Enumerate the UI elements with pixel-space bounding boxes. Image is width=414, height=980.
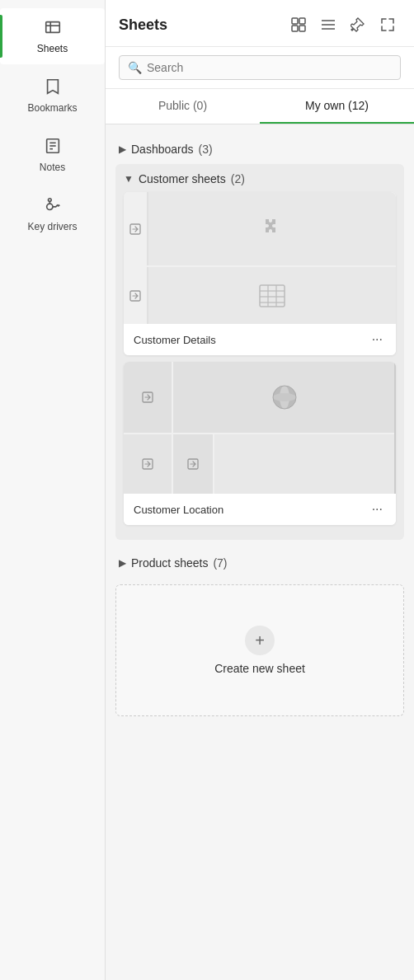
section-dashboards[interactable]: ▶ Dashboards (3): [115, 134, 404, 164]
svg-rect-0: [45, 22, 59, 33]
sidebar-item-bookmarks-label: Bookmarks: [27, 102, 77, 114]
svg-rect-10: [299, 18, 305, 24]
search-icon: 🔍: [128, 61, 142, 74]
sidebar-item-bookmarks[interactable]: Bookmarks: [0, 68, 105, 124]
sheet-card-customer-details[interactable]: Customer Details ···: [124, 192, 396, 355]
svg-rect-18: [260, 285, 285, 307]
section-dashboards-count: (3): [199, 143, 213, 156]
main-panel: Sheets: [106, 0, 414, 980]
header-actions: [285, 12, 401, 38]
section-customer-sheets: ▼ Customer sheets (2): [115, 164, 404, 540]
section-dashboards-label: Dashboards: [131, 143, 194, 156]
loc-right-column: [173, 362, 396, 494]
thumb-table-icon: [148, 267, 396, 324]
more-options-customer-details[interactable]: ···: [369, 331, 386, 349]
bookmarks-icon: [44, 77, 62, 99]
grid-view-button[interactable]: [285, 12, 312, 38]
search-bar: 🔍: [106, 47, 414, 89]
tab-public[interactable]: Public (0): [106, 89, 260, 124]
section-customer-sheets-count: (2): [231, 172, 245, 185]
sidebar-item-notes[interactable]: Notes: [0, 127, 105, 183]
svg-point-28: [273, 393, 296, 401]
svg-point-8: [48, 199, 51, 202]
sheet-name-customer-location: Customer Location: [134, 504, 223, 516]
create-new-sheet-label: Create new sheet: [214, 662, 305, 675]
tabs: Public (0) My own (12): [106, 89, 414, 124]
header: Sheets: [106, 0, 414, 47]
more-options-customer-location[interactable]: ···: [369, 500, 386, 518]
notes-icon: [44, 137, 62, 158]
loc-globe-icon: [173, 362, 396, 434]
loc-bottom-row: [173, 434, 396, 494]
search-input-wrap: 🔍: [119, 55, 401, 80]
svg-rect-11: [292, 26, 298, 31]
sheet-thumbnail-customer-details: [124, 192, 396, 324]
pin-button[interactable]: [345, 12, 371, 38]
thumb-icon-export-bottom: [124, 267, 148, 324]
chevron-right-icon: ▶: [119, 143, 126, 155]
sidebar-item-sheets[interactable]: Sheets: [0, 8, 105, 64]
sheet-thumbnail-customer-location: [124, 362, 396, 494]
content-area: ▶ Dashboards (3) ▼ Customer sheets (2): [106, 124, 414, 980]
create-new-sheet-card[interactable]: + Create new sheet: [115, 584, 404, 716]
section-product-sheets-label: Product sheets: [131, 556, 208, 570]
sheet-footer-customer-details: Customer Details ···: [124, 324, 396, 355]
loc-export-icon-bottom: [124, 434, 173, 494]
thumb-icon-export-top: [124, 192, 148, 265]
sheet-name-customer-details: Customer Details: [134, 334, 216, 346]
vert-divider: [394, 362, 396, 494]
page-title: Sheets: [119, 16, 167, 34]
sidebar-item-sheets-label: Sheets: [37, 43, 68, 54]
sidebar: Sheets Bookmarks Notes: [0, 0, 106, 980]
section-customer-sheets-label: Customer sheets: [139, 172, 226, 185]
expand-button[interactable]: [374, 12, 401, 38]
thumb-puzzle-icon: [148, 192, 396, 265]
key-drivers-icon: [44, 196, 62, 218]
loc-left-column: [124, 362, 173, 494]
sheets-icon: [44, 18, 62, 40]
sheet-footer-customer-location: Customer Location ···: [124, 494, 396, 525]
sidebar-item-key-drivers[interactable]: Key drivers: [0, 186, 105, 242]
sidebar-item-key-drivers-label: Key drivers: [27, 221, 77, 232]
section-product-sheets-count: (7): [213, 556, 227, 570]
loc-export-icon-top: [124, 362, 173, 434]
section-product-sheets[interactable]: ▶ Product sheets (7): [115, 548, 404, 578]
list-view-button[interactable]: [315, 12, 341, 38]
section-customer-sheets-header[interactable]: ▼ Customer sheets (2): [124, 172, 396, 192]
sheet-card-customer-location[interactable]: Customer Location ···: [124, 362, 396, 525]
search-input[interactable]: [147, 61, 392, 74]
chevron-right-icon-product: ▶: [119, 557, 126, 569]
chevron-down-icon: ▼: [124, 173, 134, 185]
sidebar-item-notes-label: Notes: [40, 162, 65, 173]
svg-rect-9: [292, 18, 298, 24]
svg-rect-12: [299, 26, 305, 31]
loc-sub-empty: [214, 434, 396, 494]
loc-sub-export-icon: [173, 434, 214, 494]
svg-point-7: [46, 204, 52, 209]
tab-my-own[interactable]: My own (12): [260, 89, 414, 124]
create-plus-icon: +: [245, 626, 275, 655]
